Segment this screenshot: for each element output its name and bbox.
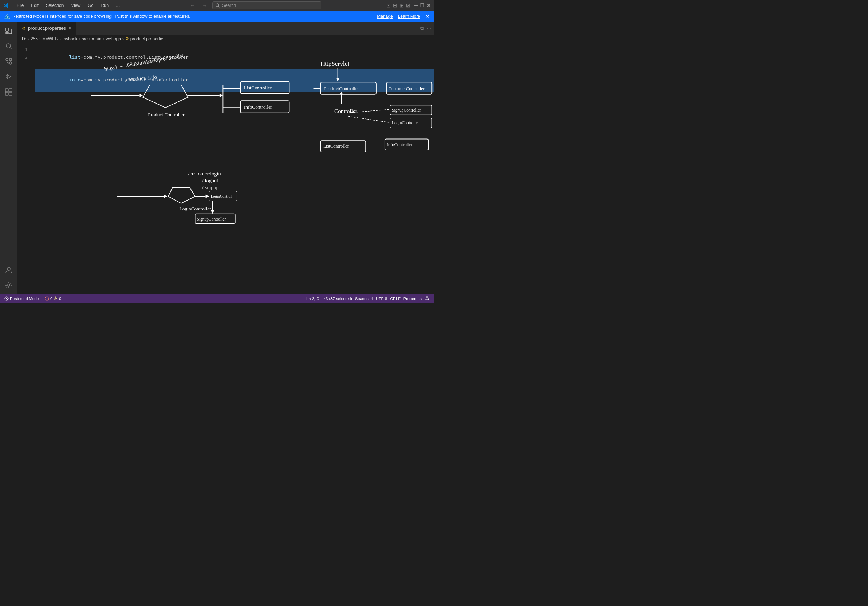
- menu-file[interactable]: File: [14, 2, 26, 9]
- activity-account[interactable]: [3, 264, 15, 276]
- warnings-count: 0: [59, 297, 61, 301]
- activity-explorer[interactable]: [3, 25, 15, 37]
- indentation[interactable]: Spaces: 4: [354, 294, 374, 303]
- activity-extensions[interactable]: [3, 86, 15, 98]
- code-equals-2: =: [80, 77, 83, 82]
- breadcrumb-sep-4: ›: [79, 36, 80, 42]
- menu-go[interactable]: Go: [85, 2, 96, 9]
- svg-text:!: !: [7, 15, 8, 19]
- menu-run[interactable]: Run: [98, 2, 112, 9]
- menu-more[interactable]: ...: [113, 2, 122, 9]
- svg-rect-13: [5, 89, 8, 91]
- errors-count: 0: [50, 297, 52, 301]
- code-keyword-info: info: [69, 77, 80, 82]
- menu-edit[interactable]: Edit: [28, 2, 42, 9]
- breadcrumb-myback[interactable]: myback: [62, 36, 77, 42]
- errors-status[interactable]: 0 0: [43, 294, 62, 303]
- breadcrumb-sep-6: ›: [103, 36, 104, 42]
- title-bar-right: ⊡ ⊟ ⊞ ⊠ ─ ❐ ✕: [386, 3, 431, 8]
- activity-run-debug[interactable]: [3, 71, 15, 83]
- svg-rect-3: [6, 28, 8, 31]
- breadcrumb-filename[interactable]: product.properties: [130, 36, 166, 42]
- notifications-icon[interactable]: [423, 294, 431, 303]
- line-ending-label: CRLF: [390, 297, 401, 301]
- svg-point-17: [7, 267, 10, 270]
- error-icon: [45, 297, 49, 301]
- restricted-mode-status[interactable]: Restricted Mode: [3, 294, 40, 303]
- source-control-icon: [5, 57, 13, 65]
- banner-learn-more-link[interactable]: Learn More: [398, 14, 420, 19]
- line-number-2: 2: [17, 54, 28, 62]
- layout-icon-2[interactable]: ⊟: [393, 3, 397, 8]
- code-area: 1 2 list=com.my.product.control.ListCont…: [17, 43, 434, 294]
- maximize-button[interactable]: ❐: [420, 3, 425, 8]
- breadcrumb-sep-7: ›: [122, 36, 124, 42]
- code-lines[interactable]: list=com.my.product.control.ListControll…: [32, 43, 434, 294]
- banner-close-button[interactable]: ✕: [425, 14, 429, 19]
- tab-filename: product.properties: [28, 25, 66, 31]
- indentation-label: Spaces: 4: [355, 297, 373, 301]
- cursor-position-label: Ln 2, Col 43 (37 selected): [307, 297, 352, 301]
- line-numbers: 1 2: [17, 43, 32, 294]
- status-bar-right: Ln 2, Col 43 (37 selected) Spaces: 4 UTF…: [305, 294, 431, 303]
- language-label: Properties: [403, 297, 422, 301]
- main-layout: ⚙ product.properties ✕ ⧉ ··· D: › 255 › …: [0, 22, 434, 294]
- nav-forward-button[interactable]: →: [200, 2, 209, 9]
- encoding[interactable]: UTF-8: [374, 294, 389, 303]
- svg-point-6: [6, 43, 11, 48]
- svg-line-7: [10, 48, 12, 49]
- layout-icon-3[interactable]: ⊞: [400, 3, 404, 8]
- menu-selection[interactable]: Selection: [43, 2, 67, 9]
- breadcrumb-myweb[interactable]: MyWEB: [42, 36, 58, 42]
- vscode-logo-icon: [3, 2, 9, 9]
- breadcrumb-drive[interactable]: D:: [22, 36, 26, 42]
- status-bar: Restricted Mode 0 0 Ln 2, Col 43 (37 sel…: [0, 294, 434, 303]
- breadcrumb-255[interactable]: 255: [31, 36, 38, 42]
- breadcrumb-main[interactable]: main: [92, 36, 101, 42]
- search-icon: [215, 3, 220, 8]
- explorer-icon: [5, 27, 13, 35]
- nav-back-button[interactable]: ←: [188, 2, 197, 9]
- layout-icon-1[interactable]: ⊡: [386, 3, 391, 8]
- account-icon: [5, 266, 13, 274]
- svg-point-0: [216, 4, 219, 6]
- search-bar[interactable]: Search: [212, 2, 321, 9]
- language-mode[interactable]: Properties: [402, 294, 423, 303]
- svg-line-69: [5, 298, 8, 300]
- svg-point-10: [9, 59, 12, 61]
- close-button[interactable]: ✕: [427, 3, 431, 8]
- activity-settings[interactable]: [3, 279, 15, 291]
- svg-rect-14: [9, 89, 12, 91]
- code-keyword-list: list: [69, 54, 80, 60]
- breadcrumb-sep-5: ›: [89, 36, 90, 42]
- svg-point-8: [6, 59, 8, 61]
- breadcrumb-webapp[interactable]: webapp: [106, 36, 121, 42]
- tab-bar-actions: ⧉ ···: [420, 25, 434, 31]
- banner-manage-link[interactable]: Manage: [377, 14, 392, 19]
- minimize-button[interactable]: ─: [414, 3, 418, 8]
- split-editor-icon[interactable]: ⧉: [420, 25, 424, 31]
- activity-search[interactable]: [3, 40, 15, 52]
- warning-icon: [53, 297, 58, 301]
- restricted-mode-icon: !: [5, 14, 10, 19]
- run-debug-icon: [5, 73, 13, 80]
- activity-source-control[interactable]: [3, 55, 15, 68]
- svg-rect-15: [5, 92, 8, 95]
- layout-icon-4[interactable]: ⊠: [406, 3, 411, 8]
- code-line-1: list=com.my.product.control.ListControll…: [35, 46, 434, 69]
- extensions-icon: [5, 88, 13, 96]
- menu-view[interactable]: View: [68, 2, 83, 9]
- breadcrumb-src[interactable]: src: [82, 36, 88, 42]
- code-equals-1: =: [80, 54, 83, 60]
- menu-bar: File Edit Selection View Go Run ...: [14, 2, 122, 9]
- editor-tab[interactable]: ⚙ product.properties ✕: [17, 22, 76, 34]
- cursor-position[interactable]: Ln 2, Col 43 (37 selected): [305, 294, 354, 303]
- title-bar-left: File Edit Selection View Go Run ...: [3, 2, 122, 9]
- svg-point-9: [9, 62, 12, 64]
- breadcrumb-sep-1: ›: [28, 36, 29, 42]
- more-actions-icon[interactable]: ···: [427, 25, 431, 31]
- tab-close-button[interactable]: ✕: [68, 26, 71, 31]
- line-ending[interactable]: CRLF: [389, 294, 402, 303]
- svg-point-74: [56, 299, 56, 300]
- activity-bar: [0, 22, 17, 294]
